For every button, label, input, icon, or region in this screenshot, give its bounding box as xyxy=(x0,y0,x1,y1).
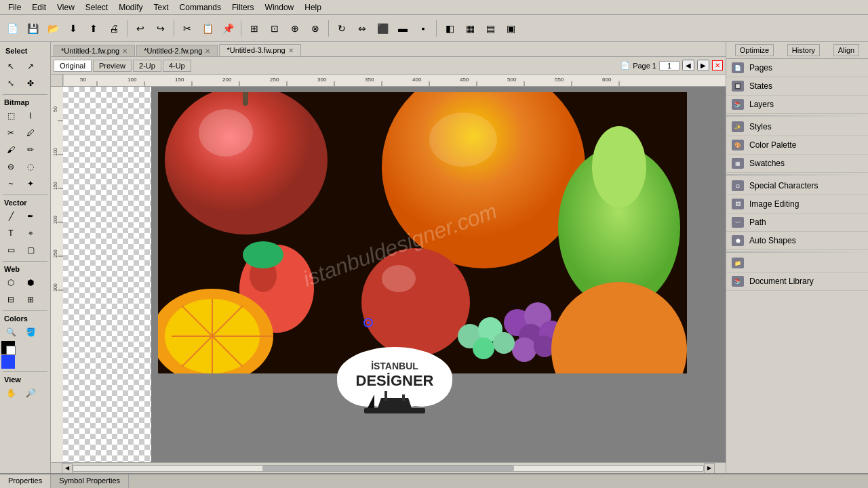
import-button[interactable]: ⬇ xyxy=(64,19,83,38)
hand-tool[interactable]: ✋ xyxy=(1,385,20,401)
view-original[interactable]: Original xyxy=(54,60,92,72)
zoom-in-button[interactable]: ⊕ xyxy=(285,19,304,38)
panel-pages[interactable]: 📄 Pages xyxy=(726,59,868,77)
panel-special-chars[interactable]: Ω Special Characters xyxy=(726,177,868,195)
menu-view[interactable]: View xyxy=(52,1,80,14)
tab-2[interactable]: *Untitled-2.fw.png ✕ xyxy=(136,45,218,56)
text-tool[interactable]: T xyxy=(1,225,20,241)
panel-color-palette[interactable]: 🎨 Color Palette xyxy=(726,136,868,155)
smudge-tool[interactable]: ~ xyxy=(1,176,20,192)
rotate-button[interactable]: ↻ xyxy=(332,19,351,38)
eyedropper-tool[interactable]: 🔍 xyxy=(1,324,20,340)
brush-tool[interactable]: 🖌 xyxy=(1,142,20,158)
fill-color[interactable] xyxy=(1,355,15,369)
subselect-tool[interactable]: ↗ xyxy=(21,58,40,75)
eraser-tool[interactable]: ⊖ xyxy=(1,159,20,175)
fit-width-button[interactable]: ⊞ xyxy=(245,19,264,38)
menu-filters[interactable]: Filters xyxy=(226,1,260,14)
optimize-button[interactable]: Optimize xyxy=(735,44,774,56)
view-preview[interactable]: Preview xyxy=(93,60,132,72)
zoom-tool[interactable]: 🔎 xyxy=(21,385,40,401)
redo-button[interactable]: ↪ xyxy=(151,19,170,38)
new-button[interactable]: 📄 xyxy=(3,19,22,38)
menu-help[interactable]: Help xyxy=(299,1,327,14)
panel-auto-shapes[interactable]: ⬟ Auto Shapes xyxy=(726,232,868,250)
menu-text[interactable]: Text xyxy=(149,1,174,14)
panel-states[interactable]: 🔲 States xyxy=(726,77,868,96)
panel-styles[interactable]: ✨ Styles xyxy=(726,118,868,136)
blur-tool[interactable]: ◌ xyxy=(21,159,40,175)
copy-button[interactable]: 📋 xyxy=(198,19,217,38)
pointer-tool[interactable]: ↖ xyxy=(1,58,20,75)
menu-window[interactable]: Window xyxy=(260,1,300,14)
next-page-btn[interactable]: ▶ xyxy=(697,60,709,71)
magic-wand-tool[interactable]: 🖊 xyxy=(21,125,40,141)
export-button[interactable]: ⬆ xyxy=(84,19,103,38)
stroke-color[interactable] xyxy=(1,341,15,354)
flip-h-button[interactable]: ⇔ xyxy=(353,19,372,38)
panel-layers[interactable]: 📚 Layers xyxy=(726,96,868,114)
view-4up[interactable]: 4-Up xyxy=(163,60,191,72)
panel-common-library[interactable]: 📚 Document Library xyxy=(726,272,868,291)
add-state-btn[interactable]: ✕ xyxy=(712,60,723,70)
pencil-tool[interactable]: ✏ xyxy=(21,142,40,158)
freeform-tool[interactable]: ⌖ xyxy=(21,225,40,241)
undo-button[interactable]: ↩ xyxy=(131,19,150,38)
view-2up[interactable]: 2-Up xyxy=(133,60,161,72)
marquee-tool[interactable]: ⬚ xyxy=(1,108,20,124)
paint-bucket-tool[interactable]: 🪣 xyxy=(21,324,40,340)
panel-swatches[interactable]: ▦ Swatches xyxy=(726,155,868,173)
fit-all-button[interactable]: ⊡ xyxy=(265,19,284,38)
group-button[interactable]: ▦ xyxy=(460,19,479,38)
panel-path[interactable]: 〰 Path xyxy=(726,214,868,232)
align-left-button[interactable]: ⬛ xyxy=(373,19,392,38)
tab-2-close[interactable]: ✕ xyxy=(205,47,210,55)
tab-1-close[interactable]: ✕ xyxy=(122,47,127,55)
paste-button[interactable]: 📌 xyxy=(218,19,237,38)
save-button[interactable]: 💾 xyxy=(23,19,42,38)
transform-tool[interactable]: ✤ xyxy=(21,75,40,92)
crop-tool[interactable]: ✂ xyxy=(1,125,20,141)
open-button[interactable]: 📂 xyxy=(43,19,62,38)
canvas-container[interactable]: istanbuldesigner.com İSTANBUL xyxy=(63,87,726,462)
image-map-tool[interactable]: ⊞ xyxy=(21,291,40,308)
menu-file[interactable]: File xyxy=(3,1,26,14)
tab-properties[interactable]: Properties xyxy=(0,474,51,488)
panel-image-editing[interactable]: 🖼 Image Editing xyxy=(726,195,868,214)
scroll-thumb[interactable] xyxy=(262,466,515,471)
rectangle-tool[interactable]: ▭ xyxy=(1,242,20,258)
menu-select[interactable]: Select xyxy=(80,1,113,14)
menu-modify[interactable]: Modify xyxy=(113,1,148,14)
menu-edit[interactable]: Edit xyxy=(26,1,52,14)
ungroup-button[interactable]: ▤ xyxy=(481,19,500,38)
tab-3[interactable]: *Untitled-3.fw.png ✕ xyxy=(219,44,300,56)
panel-document-library[interactable]: 📁 xyxy=(726,254,868,272)
canvas-image[interactable]: istanbuldesigner.com xyxy=(158,92,687,373)
flatten-button[interactable]: ▣ xyxy=(501,19,520,38)
horizontal-scrollbar[interactable]: ◀ ▶ xyxy=(51,462,726,473)
page-input[interactable] xyxy=(659,61,679,70)
hotspot-tool[interactable]: ⬡ xyxy=(1,274,20,291)
scroll-track[interactable] xyxy=(73,465,704,472)
mask-button[interactable]: ◧ xyxy=(440,19,459,38)
tab-symbol-properties[interactable]: Symbol Properties xyxy=(51,474,129,488)
align-right-button[interactable]: ▪ xyxy=(414,19,433,38)
scale-tool[interactable]: ⤡ xyxy=(1,75,20,92)
align-button[interactable]: Align xyxy=(833,44,859,56)
align-center-button[interactable]: ▬ xyxy=(393,19,412,38)
tab-1[interactable]: *Untitled-1.fw.png ✕ xyxy=(54,45,135,56)
scroll-left-arrow[interactable]: ◀ xyxy=(62,463,73,474)
tab-3-close[interactable]: ✕ xyxy=(288,47,294,54)
cut-button[interactable]: ✂ xyxy=(178,19,197,38)
zoom-out-button[interactable]: ⊗ xyxy=(306,19,325,38)
slice-tool[interactable]: ⬢ xyxy=(21,274,40,291)
line-tool[interactable]: ╱ xyxy=(1,208,20,224)
menu-commands[interactable]: Commands xyxy=(174,1,226,14)
pen-tool[interactable]: ✒ xyxy=(21,208,40,224)
print-button[interactable]: 🖨 xyxy=(104,19,123,38)
history-button[interactable]: History xyxy=(787,44,820,56)
scroll-right-arrow[interactable]: ▶ xyxy=(704,463,715,474)
lasso-tool[interactable]: ⌇ xyxy=(21,108,40,124)
roundrect-tool[interactable]: ▢ xyxy=(21,242,40,258)
prev-page-btn[interactable]: ◀ xyxy=(682,60,694,71)
